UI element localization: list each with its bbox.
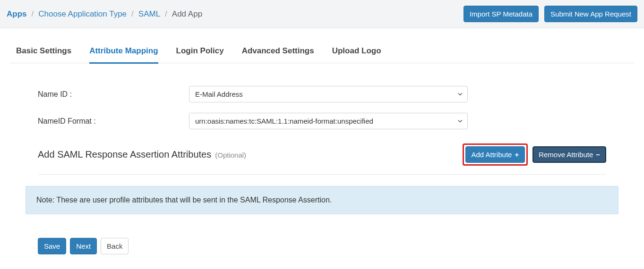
attribute-actions: Add Attribute + Remove Attribute − [463, 143, 607, 166]
note-box: Note: These are user profile attributes … [26, 186, 618, 214]
submit-new-app-request-button[interactable]: Submit New App Request [544, 6, 637, 22]
assertion-attributes-title: Add SAML Response Assertion Attributes (… [38, 149, 246, 160]
tabs: Basic Settings Attribute Mapping Login P… [9, 42, 635, 63]
topbar: Apps / Choose Application Type / SAML / … [0, 0, 644, 28]
tab-upload-logo[interactable]: Upload Logo [332, 42, 381, 64]
breadcrumb-apps[interactable]: Apps [7, 9, 27, 19]
breadcrumb-saml[interactable]: SAML [138, 9, 160, 19]
nameid-format-select-wrap: urn:oasis:names:tc:SAML:1.1:nameid-forma… [189, 113, 468, 129]
section-title-text: Add SAML Response Assertion Attributes [38, 149, 211, 160]
minus-icon: − [596, 151, 600, 158]
nameid-row: Name ID : E-Mail Address [38, 86, 606, 102]
tab-basic-settings[interactable]: Basic Settings [16, 42, 71, 64]
breadcrumb-separator: / [131, 9, 134, 19]
nameid-label: Name ID : [38, 90, 189, 99]
plus-icon: + [515, 151, 519, 158]
tab-login-policy[interactable]: Login Policy [176, 42, 224, 64]
remove-attribute-label: Remove Attribute [539, 151, 593, 159]
tab-advanced-settings[interactable]: Advanced Settings [242, 42, 314, 64]
breadcrumb-choose-type[interactable]: Choose Application Type [38, 9, 127, 19]
content: Basic Settings Attribute Mapping Login P… [0, 28, 644, 269]
topbar-actions: Import SP Metadata Submit New App Reques… [464, 6, 637, 22]
next-button[interactable]: Next [70, 238, 97, 254]
import-sp-metadata-button[interactable]: Import SP Metadata [464, 6, 539, 22]
nameid-format-label: NameID Format : [38, 117, 189, 126]
add-attribute-label: Add Attribute [472, 151, 512, 159]
breadcrumb-current: Add App [172, 9, 202, 19]
form-area: Name ID : E-Mail Address NameID Format :… [9, 86, 635, 254]
nameid-format-row: NameID Format : urn:oasis:names:tc:SAML:… [38, 113, 606, 129]
breadcrumb-separator: / [32, 9, 34, 19]
assertion-attributes-section: Add SAML Response Assertion Attributes (… [38, 143, 606, 166]
breadcrumb-separator: / [165, 9, 167, 19]
save-button[interactable]: Save [38, 238, 66, 254]
footer-actions: Save Next Back [38, 238, 606, 254]
divider [38, 174, 606, 175]
add-attribute-button[interactable]: Add Attribute + [465, 146, 525, 163]
nameid-format-select[interactable]: urn:oasis:names:tc:SAML:1.1:nameid-forma… [189, 113, 468, 129]
tab-attribute-mapping[interactable]: Attribute Mapping [89, 42, 158, 64]
back-button[interactable]: Back [101, 238, 129, 254]
section-optional-text: (Optional) [215, 151, 246, 159]
nameid-select-wrap: E-Mail Address [189, 86, 468, 102]
remove-attribute-button[interactable]: Remove Attribute − [532, 146, 606, 163]
note-text: Note: These are user profile attributes … [36, 196, 332, 204]
breadcrumb: Apps / Choose Application Type / SAML / … [7, 9, 202, 19]
highlight-box: Add Attribute + [463, 143, 528, 166]
nameid-select[interactable]: E-Mail Address [189, 86, 468, 102]
